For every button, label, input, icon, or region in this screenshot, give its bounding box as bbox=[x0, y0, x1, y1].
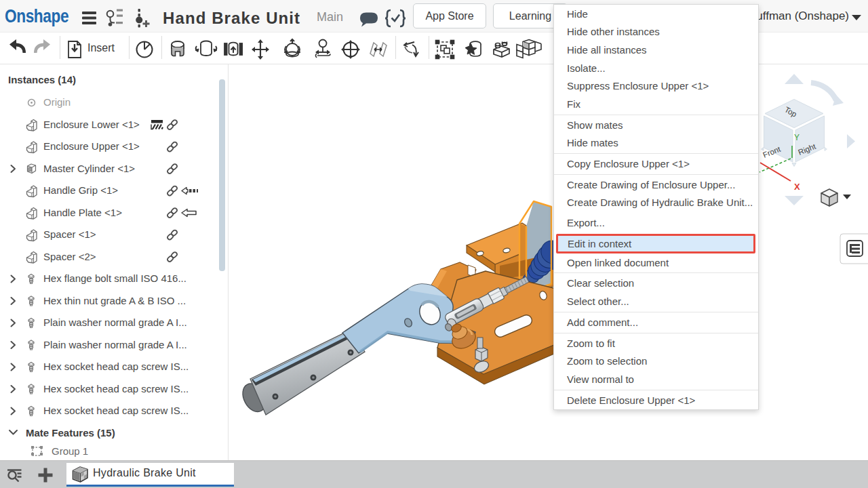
svg-text:X: X bbox=[794, 182, 800, 192]
svg-text:Y: Y bbox=[794, 133, 800, 142]
